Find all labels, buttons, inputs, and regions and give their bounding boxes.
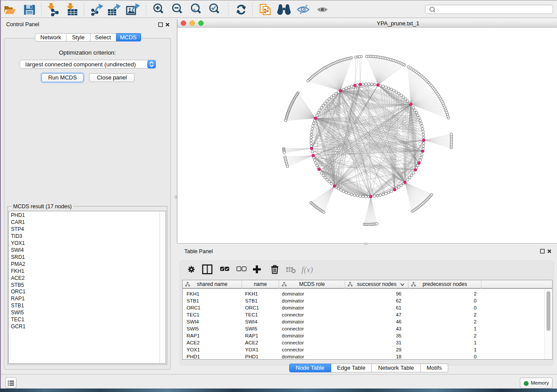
svg-text:f(x): f(x) [301,265,313,275]
